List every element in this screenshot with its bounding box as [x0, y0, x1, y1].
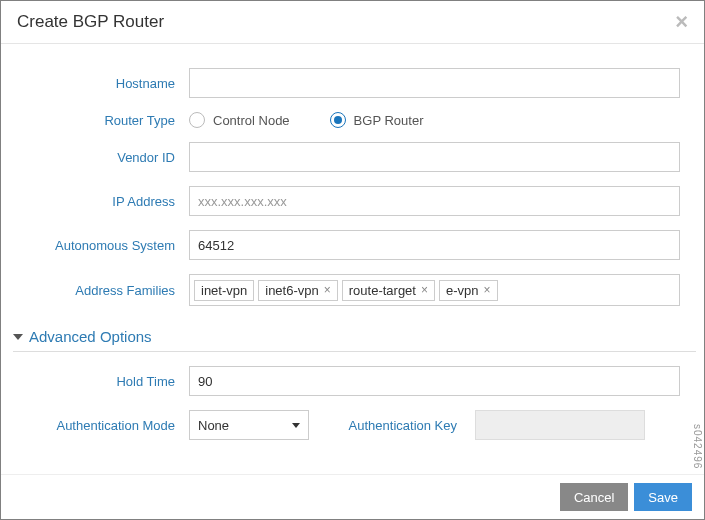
- modal-body[interactable]: Hostname Router Type Control Node: [1, 44, 704, 474]
- address-families-tagbox[interactable]: inet-vpn inet6-vpn× route-target× e-vpn×: [189, 274, 680, 306]
- chevron-down-icon: [13, 334, 23, 340]
- label-autonomous-system: Autonomous System: [9, 238, 189, 253]
- row-ip-router-id: IP Address Router ID: [9, 186, 700, 216]
- autonomous-system-input[interactable]: [189, 230, 680, 260]
- radio-label-bgp: BGP Router: [354, 113, 424, 128]
- tag-inet-vpn[interactable]: inet-vpn: [194, 280, 254, 301]
- radio-label-control: Control Node: [213, 113, 290, 128]
- radio-icon: [330, 112, 346, 128]
- chevron-down-icon: [292, 423, 300, 428]
- ip-address-input[interactable]: [189, 186, 680, 216]
- tag-inet6-vpn[interactable]: inet6-vpn×: [258, 280, 338, 301]
- row-hold-bgp: Hold Time BGP Port: [9, 366, 700, 396]
- label-vendor-id: Vendor ID: [9, 150, 189, 165]
- create-bgp-router-modal: Create BGP Router × Hostname Router Type: [1, 1, 704, 519]
- hold-time-input[interactable]: [189, 366, 680, 396]
- label-bgp-port: BGP Port: [698, 374, 704, 389]
- label-auth-key: Authentication Key: [327, 418, 457, 433]
- row-router-type: Router Type Control Node BGP Router: [9, 112, 700, 128]
- close-icon[interactable]: ×: [324, 283, 331, 297]
- tag-route-target[interactable]: route-target×: [342, 280, 435, 301]
- router-type-radio-group: Control Node BGP Router: [189, 112, 423, 128]
- close-icon[interactable]: ×: [675, 11, 688, 33]
- modal-footer: Cancel Save: [1, 474, 704, 519]
- row-autonomous-system: Autonomous System: [9, 230, 700, 260]
- auth-key-input[interactable]: [475, 410, 645, 440]
- modal-header: Create BGP Router ×: [1, 1, 704, 44]
- label-hostname: Hostname: [9, 76, 189, 91]
- row-address-families: Address Families inet-vpn inet6-vpn× rou…: [9, 274, 700, 306]
- radio-bgp-router[interactable]: BGP Router: [330, 112, 424, 128]
- save-button[interactable]: Save: [634, 483, 692, 511]
- cancel-button[interactable]: Cancel: [560, 483, 628, 511]
- tag-e-vpn[interactable]: e-vpn×: [439, 280, 498, 301]
- radio-icon: [189, 112, 205, 128]
- auth-mode-select[interactable]: None: [189, 410, 309, 440]
- label-router-id: Router ID: [698, 194, 704, 209]
- label-auth-mode: Authentication Mode: [9, 418, 189, 433]
- radio-control-node[interactable]: Control Node: [189, 112, 290, 128]
- label-ip-address: IP Address: [9, 194, 189, 209]
- divider: [13, 351, 696, 352]
- advanced-options-label: Advanced Options: [29, 328, 152, 345]
- label-hold-time: Hold Time: [9, 374, 189, 389]
- close-icon[interactable]: ×: [484, 283, 491, 297]
- label-router-type: Router Type: [9, 113, 189, 128]
- modal-title: Create BGP Router: [17, 12, 164, 32]
- auth-mode-selected: None: [198, 418, 229, 433]
- advanced-options-toggle[interactable]: Advanced Options: [13, 328, 696, 345]
- row-vendor-id: Vendor ID: [9, 142, 700, 172]
- row-auth: Authentication Mode None Authentication …: [9, 410, 700, 440]
- watermark: s042496: [692, 424, 703, 469]
- row-hostname: Hostname: [9, 68, 700, 98]
- hostname-input[interactable]: [189, 68, 680, 98]
- vendor-id-input[interactable]: [189, 142, 680, 172]
- close-icon[interactable]: ×: [421, 283, 428, 297]
- label-address-families: Address Families: [9, 283, 189, 298]
